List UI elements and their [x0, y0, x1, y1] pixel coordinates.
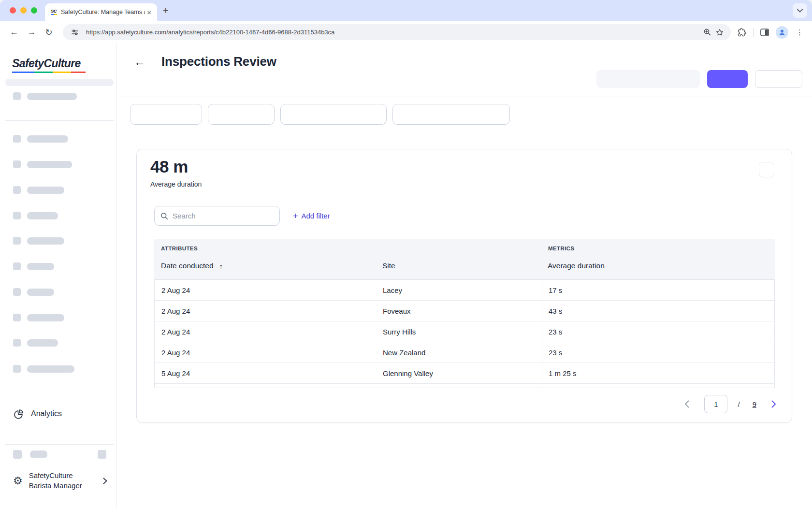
card-options-button[interactable]	[759, 162, 774, 177]
close-window-button[interactable]	[10, 7, 16, 14]
column-header-date-conducted[interactable]: Date conducted ↑	[161, 261, 223, 270]
add-filter-button[interactable]: + Add filter	[293, 212, 330, 220]
back-icon[interactable]: ←	[7, 25, 21, 40]
previous-page-icon[interactable]	[682, 399, 692, 409]
skeleton-icon	[13, 339, 21, 347]
skeleton-icon	[13, 314, 21, 321]
header-skeleton-control	[596, 70, 700, 88]
total-pages-link[interactable]: 9	[753, 400, 756, 408]
skeleton-icon	[13, 92, 21, 100]
skeleton-bar	[27, 135, 68, 143]
group-header-attributes: ATTRIBUTES	[161, 246, 198, 251]
sidebar-item-analytics[interactable]: Analytics	[0, 403, 116, 425]
close-tab-icon[interactable]: ×	[145, 8, 153, 16]
filter-chip-1[interactable]	[130, 104, 202, 125]
side-panel-icon[interactable]	[758, 26, 771, 39]
skeleton-icon	[13, 288, 21, 296]
filter-chips-row	[116, 97, 812, 125]
average-duration-card: 48 m Average duration + Add filter	[136, 149, 792, 423]
site-settings-icon[interactable]	[69, 26, 81, 39]
next-page-icon[interactable]	[769, 399, 779, 409]
safetyculture-logo[interactable]: SafetyCulture	[12, 57, 86, 73]
zoom-window-button[interactable]	[31, 7, 37, 14]
skeleton-icon	[13, 160, 21, 168]
current-page-input[interactable]: 1	[704, 395, 727, 413]
reload-icon[interactable]: ↻	[42, 25, 56, 40]
cell-duration: 17 s	[542, 286, 774, 294]
skeleton-icon	[13, 262, 21, 270]
tab-strip: SC SafetyCulture: Manage Teams and... × …	[0, 0, 812, 21]
table-row[interactable]: 5 Aug 24 Glenning Valley 1 m 25 s	[155, 363, 774, 384]
search-input[interactable]	[173, 212, 274, 220]
filter-chip-3[interactable]	[280, 104, 387, 125]
new-tab-button[interactable]: +	[163, 6, 169, 15]
zoom-page-icon[interactable]	[701, 26, 713, 39]
sort-ascending-icon[interactable]: ↑	[219, 262, 223, 270]
page-header: ← Inspections Review	[116, 44, 812, 97]
cell-site: Surry Hills	[383, 328, 542, 336]
plus-icon: +	[293, 212, 298, 220]
bookmark-star-icon[interactable]	[713, 26, 726, 39]
filter-chip-4[interactable]	[392, 104, 510, 125]
url-text[interactable]: https://app.safetyculture.com/analytics/…	[86, 29, 701, 36]
sidebar: SafetyCulture	[0, 44, 116, 508]
org-switcher[interactable]: ⚙ SafetyCulture Barista Manager	[0, 471, 116, 491]
skeleton-bar	[27, 314, 64, 321]
table-row[interactable]: 2 Aug 24 Lacey 17 s	[155, 280, 774, 301]
cell-date: 2 Aug 24	[155, 328, 383, 336]
brand-underline	[12, 72, 86, 73]
app-area: SafetyCulture	[0, 44, 812, 508]
cell-site: Foveaux	[383, 307, 542, 315]
browser-tab[interactable]: SC SafetyCulture: Manage Teams and... ×	[45, 3, 157, 21]
skeleton-bar	[30, 450, 47, 458]
skeleton-bar	[27, 365, 74, 373]
filter-chip-2[interactable]	[208, 104, 275, 125]
browser-menu-icon[interactable]: ⋮	[793, 28, 806, 37]
url-bar[interactable]: https://app.safetyculture.com/analytics/…	[63, 24, 731, 40]
profile-avatar[interactable]	[776, 26, 788, 39]
page-separator: /	[738, 400, 740, 408]
extensions-puzzle-icon[interactable]	[736, 26, 748, 39]
chevron-down-icon[interactable]	[793, 3, 807, 18]
skeleton-bar	[27, 93, 77, 100]
secondary-action-button[interactable]	[755, 70, 802, 88]
stat-value: 48 m	[150, 157, 188, 176]
back-button[interactable]: ←	[134, 56, 145, 68]
table-row[interactable]: 2 Aug 24 Surry Hills 23 s	[155, 321, 774, 342]
cell-site: Lacey	[383, 286, 542, 294]
column-header-average-duration[interactable]: Average duration	[548, 261, 605, 270]
table-body: 2 Aug 24 Lacey 17 s 2 Aug 24 Foveaux 43 …	[154, 279, 775, 388]
traffic-lights	[0, 7, 45, 14]
sidebar-divider	[5, 444, 114, 445]
metrics-column-divider	[542, 280, 542, 388]
search-icon	[160, 212, 168, 220]
gear-icon: ⚙	[13, 476, 23, 486]
table-header: ATTRIBUTES METRICS Date conducted ↑ Site…	[154, 239, 775, 279]
toolbar-separator	[753, 28, 754, 37]
forward-icon[interactable]: →	[24, 25, 39, 40]
analytics-pie-icon	[13, 408, 24, 420]
cell-duration: 23 s	[542, 328, 774, 336]
table-row[interactable]: 2 Aug 24 New Zealand 23 s	[155, 342, 774, 363]
table-row[interactable]: 2 Aug 24 Foveaux 43 s	[155, 301, 774, 321]
org-name: SafetyCulture Barista Manager	[29, 471, 103, 491]
safetyculture-favicon-icon: SC	[50, 8, 58, 16]
toolbar-right: ⋮	[736, 26, 806, 39]
skeleton-icon	[13, 186, 21, 194]
skeleton-bar	[27, 263, 54, 270]
chevron-right-icon	[103, 478, 107, 484]
primary-action-button[interactable]	[707, 70, 748, 88]
group-header-metrics: METRICS	[548, 246, 575, 251]
cell-date: 5 Aug 24	[155, 369, 383, 377]
skeleton-icon	[13, 237, 21, 245]
skeleton-bar	[27, 187, 64, 194]
column-header-site[interactable]: Site	[382, 261, 395, 270]
search-box[interactable]	[154, 206, 280, 226]
header-controls	[596, 70, 802, 88]
card-divider	[137, 198, 792, 198]
skeleton-bar	[5, 79, 114, 86]
browser-toolbar: ← → ↻ https://app.safetyculture.com/anal…	[0, 21, 812, 44]
minimize-window-button[interactable]	[20, 7, 27, 14]
skeleton-icon	[13, 450, 22, 459]
skeleton-icon	[13, 135, 21, 143]
